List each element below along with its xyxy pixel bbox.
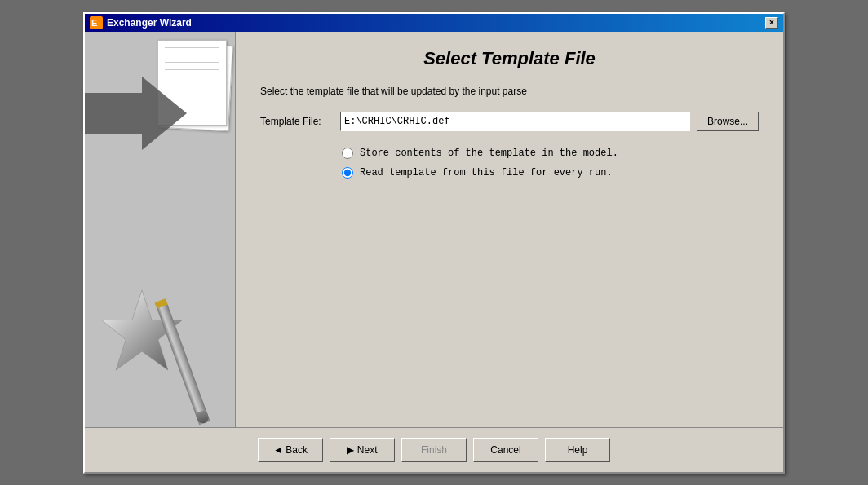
next-button[interactable]: ▶ Next [330,438,395,462]
close-icon: × [769,18,774,27]
finish-button[interactable]: Finish [401,438,467,462]
back-button[interactable]: ◄ Back [258,438,323,462]
radio-option1[interactable] [342,148,353,159]
window-title: Exchanger Wizard [107,17,192,29]
radio-option2-label: Read template from this file for every r… [360,167,613,179]
left-panel [85,32,236,427]
browse-button[interactable]: Browse... [697,112,759,131]
arrow-decoration [85,73,187,154]
title-bar-left: E Exchanger Wizard [90,16,192,29]
radio-option1-label: Store contents of the template in the mo… [360,148,618,159]
cancel-button[interactable]: Cancel [473,438,538,462]
help-button[interactable]: Help [545,438,610,462]
radio-option2[interactable] [342,167,353,179]
page-title: Select Template File [260,48,759,69]
decorative-image [85,32,235,427]
window-body: Select Template File Select the template… [85,32,783,472]
main-area: Select Template File Select the template… [85,32,783,427]
wizard-window: E Exchanger Wizard × [83,12,785,474]
close-button[interactable]: × [765,17,778,29]
radio-option1-item[interactable]: Store contents of the template in the mo… [342,148,759,159]
radio-option2-item[interactable]: Read template from this file for every r… [342,167,759,179]
svg-marker-2 [85,77,187,150]
app-icon: E [90,16,103,29]
template-file-input[interactable] [340,112,690,131]
description-text: Select the template file that will be up… [260,86,759,97]
template-file-row: Template File: Browse... [260,112,759,131]
footer-buttons: ◄ Back ▶ Next Finish Cancel Help [85,427,783,472]
right-panel: Select Template File Select the template… [236,32,783,427]
radio-group: Store contents of the template in the mo… [342,148,759,179]
svg-text:E: E [91,18,97,28]
template-label: Template File: [260,116,334,127]
title-bar: E Exchanger Wizard × [85,14,783,32]
